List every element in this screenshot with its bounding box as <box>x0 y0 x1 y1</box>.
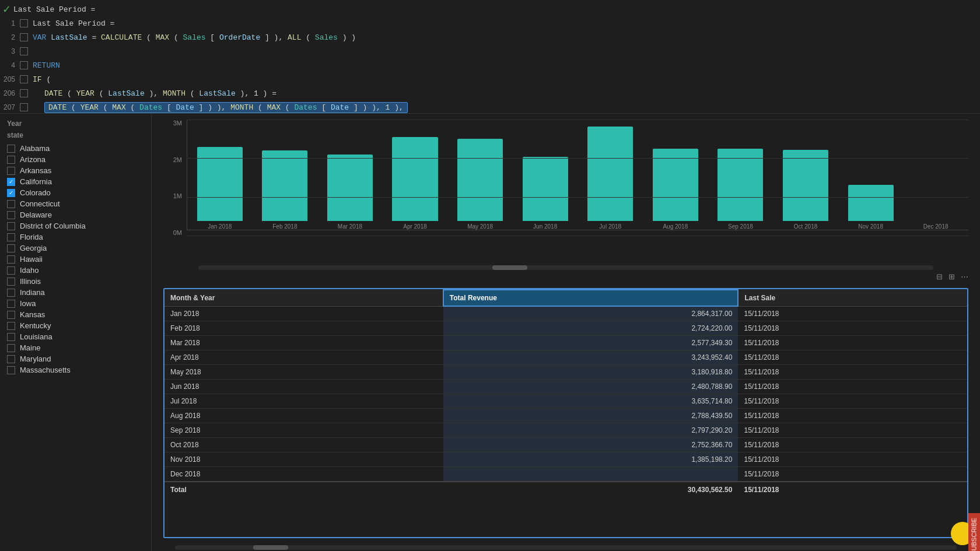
bar-label-0: Jan 2018 <box>208 223 232 230</box>
sidebar-label: Year <box>7 120 144 128</box>
bar-label-2: Mar 2018 <box>338 223 362 230</box>
bar-7 <box>653 149 698 221</box>
state-item-maryland[interactable]: Maryland <box>7 353 144 364</box>
code-line-1: 1 Last Sale Period = <box>0 16 980 30</box>
checkbox-18[interactable] <box>7 344 15 352</box>
chart-table-area: 3M 2M 1M 0M Jan 2018Feb 2018Mar 2018Apr … <box>152 114 980 551</box>
state-item-california[interactable]: California <box>7 176 144 187</box>
bar-2 <box>327 155 373 221</box>
checkbox-11[interactable] <box>7 266 15 275</box>
state-label-10: Hawaii <box>20 255 43 264</box>
state-item-arkansas[interactable]: Arkansas <box>7 165 144 176</box>
state-item-kansas[interactable]: Kansas <box>7 309 144 320</box>
checkbox-9[interactable] <box>7 244 15 252</box>
state-label-17: Louisiana <box>20 332 52 341</box>
state-label-8: Florida <box>20 233 43 241</box>
bar-label-6: Jul 2018 <box>599 223 621 230</box>
chart-scrollbar[interactable] <box>187 265 945 270</box>
table-row-3: Apr 20183,243,952.4015/11/2018 <box>164 350 967 365</box>
total-last-sale: 15/11/2018 <box>738 482 967 497</box>
checkbox-12[interactable] <box>7 278 15 286</box>
cell-lastsale-2: 15/11/2018 <box>738 336 967 350</box>
total-label: Total <box>164 482 443 497</box>
checkbox-7[interactable] <box>7 222 15 230</box>
checkbox-8[interactable] <box>7 233 15 241</box>
checkbox-3[interactable] <box>7 178 15 186</box>
code-checkbox-2 <box>20 33 28 41</box>
code-checkbox-207 <box>20 103 28 111</box>
cell-lastsale-7: 15/11/2018 <box>738 409 967 423</box>
checkbox-15[interactable] <box>7 311 15 319</box>
filter-icon[interactable]: ⊟ <box>936 272 943 281</box>
more-options-icon[interactable]: ⋯ <box>961 272 968 281</box>
checkbox-5[interactable] <box>7 200 15 208</box>
state-label-4: Colorado <box>20 188 51 197</box>
cell-lastsale-0: 15/11/2018 <box>738 306 967 321</box>
checkbox-6[interactable] <box>7 211 15 219</box>
state-label-11: Idaho <box>20 266 39 275</box>
state-item-louisiana[interactable]: Louisiana <box>7 331 144 342</box>
checkbox-17[interactable] <box>7 333 15 341</box>
state-item-maine[interactable]: Maine <box>7 342 144 353</box>
state-label-15: Kansas <box>20 310 45 319</box>
data-table: Month & Year Total Revenue Last Sale Jan… <box>164 289 967 497</box>
checkbox-16[interactable] <box>7 322 15 330</box>
state-item-indiana[interactable]: Indiana <box>7 287 144 298</box>
checkbox-13[interactable] <box>7 289 15 297</box>
checkbox-20[interactable] <box>7 366 15 374</box>
state-item-iowa[interactable]: Iowa <box>7 298 144 309</box>
state-filter-list: AlabamaArizonaArkansasCaliforniaColorado… <box>7 143 144 375</box>
cell-lastsale-8: 15/11/2018 <box>738 423 967 438</box>
checkbox-0[interactable] <box>7 145 15 153</box>
bar-wrapper-8: Sep 2018 <box>708 149 774 230</box>
checkbox-1[interactable] <box>7 156 15 164</box>
checkbox-14[interactable] <box>7 300 15 308</box>
bar-wrapper-9: Oct 2018 <box>773 150 838 230</box>
checkbox-2[interactable] <box>7 167 15 175</box>
state-item-alabama[interactable]: Alabama <box>7 143 144 154</box>
checkbox-4[interactable] <box>7 189 15 197</box>
checkbox-10[interactable] <box>7 255 15 264</box>
cell-lastsale-11: 15/11/2018 <box>738 467 967 482</box>
state-item-kentucky[interactable]: Kentucky <box>7 320 144 331</box>
bar-wrapper-5: Jun 2018 <box>513 157 578 230</box>
state-label-13: Indiana <box>20 288 45 297</box>
state-item-connecticut[interactable]: Connecticut <box>7 198 144 209</box>
state-label-18: Maine <box>20 343 40 352</box>
svg-rect-1 <box>961 532 964 538</box>
table-row-2: Mar 20182,577,349.3015/11/2018 <box>164 336 967 350</box>
checkbox-19[interactable] <box>7 355 15 363</box>
state-item-delaware[interactable]: Delaware <box>7 209 144 220</box>
state-label-1: Arizona <box>20 155 46 164</box>
state-item-florida[interactable]: Florida <box>7 231 144 243</box>
col-total-revenue[interactable]: Total Revenue <box>443 290 738 306</box>
state-item-massachusetts[interactable]: Massachusetts <box>7 364 144 375</box>
state-item-georgia[interactable]: Georgia <box>7 243 144 254</box>
bar-wrapper-3: Apr 2018 <box>383 137 448 230</box>
cell-revenue-1: 2,724,220.00 <box>443 321 738 336</box>
state-label-16: Kentucky <box>20 321 51 330</box>
table-scrollbar[interactable] <box>163 545 968 550</box>
table-row-4: May 20183,180,918.8015/11/2018 <box>164 365 967 380</box>
bars-group: Jan 2018Feb 2018Mar 2018Apr 2018May 2018… <box>187 120 968 230</box>
state-item-hawaii[interactable]: Hawaii <box>7 254 144 265</box>
col-month-year: Month & Year <box>164 290 443 306</box>
powerbi-icon <box>956 527 970 541</box>
subscribe-button[interactable]: SUBSCRIBE <box>968 513 980 551</box>
bar-wrapper-6: Jul 2018 <box>578 127 643 230</box>
bar-label-1: Feb 2018 <box>272 223 297 230</box>
bar-label-10: Nov 2018 <box>858 223 883 230</box>
state-item-idaho[interactable]: Idaho <box>7 265 144 276</box>
code-line-205: 205 IF ( <box>0 72 980 86</box>
bar-1 <box>262 150 307 221</box>
expand-icon[interactable]: ⊞ <box>949 272 955 281</box>
cell-lastsale-9: 15/11/2018 <box>738 438 967 452</box>
state-item-illinois[interactable]: Illinois <box>7 276 144 287</box>
state-item-district-of-columbia[interactable]: District of Columbia <box>7 220 144 231</box>
cell-revenue-0: 2,864,317.00 <box>443 306 738 321</box>
state-label-6: Delaware <box>20 210 52 219</box>
table-row-5: Jun 20182,480,788.9015/11/2018 <box>164 380 967 394</box>
state-item-colorado[interactable]: Colorado <box>7 187 144 198</box>
state-item-arizona[interactable]: Arizona <box>7 154 144 165</box>
code-checkbox-205 <box>20 75 28 83</box>
